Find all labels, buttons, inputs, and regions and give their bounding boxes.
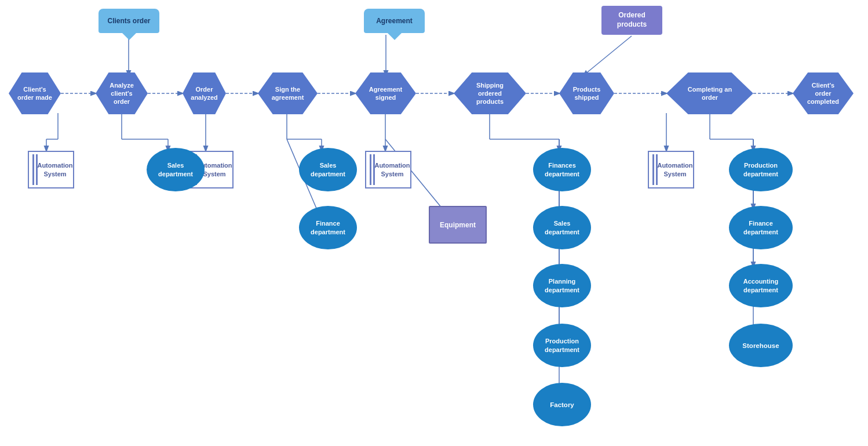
factory-label: Factory [550,401,574,408]
sales-dept-3: Sales department [533,206,591,249]
planning-dept-label: Planning department [545,277,579,294]
accounting-dept-label: Accounting department [743,277,779,294]
agreement-signed-label: Agreement signed [369,85,402,102]
ordered-products-banner: Ordered products [601,6,662,35]
accounting-dept: Accounting department [729,264,793,307]
clients-order-label: Clients order [107,17,150,25]
sales-dept-1: Sales department [147,148,205,191]
agreement-label: Agreement [376,17,413,25]
completing-order-label: Completing an order [688,85,732,102]
sales-dept3-label: Sales department [545,219,579,236]
automation-system-1: Automation System [28,151,74,188]
production-dept-1: Production department [533,324,591,367]
sales-dept2-label: Sales department [311,161,345,178]
planning-dept: Planning department [533,264,591,307]
products-shipped-node: Products shipped [559,72,614,114]
analyze-client-node: Analyze client's order [96,72,148,114]
production-dept-2: Production department [729,148,793,191]
finances-dept-label: Finances department [545,161,579,178]
automation-system-4: Automation System [648,151,694,188]
ordered-products-label: Ordered products [617,11,647,29]
auto1-label: Automation System [29,161,72,178]
shipping-ordered-node: Shipping ordered products [454,72,526,114]
finance-dept-1: Finance department [299,206,357,249]
svg-line-10 [583,36,632,75]
factory-oval: Factory [533,383,591,426]
equipment-rect: Equipment [429,206,487,244]
analyze-client-label: Analyze client's order [100,81,143,106]
sign-agreement-label: Sign the agreement [272,85,304,102]
auto4-label: Automation System [649,161,692,178]
finances-dept: Finances department [533,148,591,191]
clients-order-made-label: Client's order made [17,85,52,102]
sign-agreement-node: Sign the agreement [258,72,318,114]
products-shipped-label: Products shipped [573,85,601,102]
agreement-signed-node: Agreement signed [355,72,416,114]
production-dept2-label: Production department [743,161,778,178]
order-analyzed-node: Order analyzed [183,72,226,114]
completing-order-node: Completing an order [666,72,753,114]
auto3-label: Automation System [366,161,410,178]
clients-order-made-node: Client's order made [9,72,61,114]
client-order-completed-label: Client's order completed [807,81,839,106]
order-analyzed-label: Order analyzed [191,85,217,102]
finance-dept2-label: Finance department [743,219,778,236]
storehouse-label: Storehouse [742,342,779,349]
sales-dept1-label: Sales department [158,161,193,178]
sales-dept-2: Sales department [299,148,357,191]
client-order-completed-node: Client's order completed [793,72,854,114]
automation-system-3: Automation System [365,151,411,188]
finance-dept1-label: Finance department [311,219,345,236]
diagram-container: Clients order Agreement Ordered products… [0,0,868,446]
shipping-ordered-label: Shipping ordered products [476,81,504,106]
equipment-label: Equipment [440,221,476,229]
clients-order-banner: Clients order [99,9,159,33]
agreement-banner: Agreement [364,9,425,33]
storehouse-oval: Storehouse [729,324,793,367]
finance-dept-2: Finance department [729,206,793,249]
production-dept1-label: Production department [545,337,579,354]
